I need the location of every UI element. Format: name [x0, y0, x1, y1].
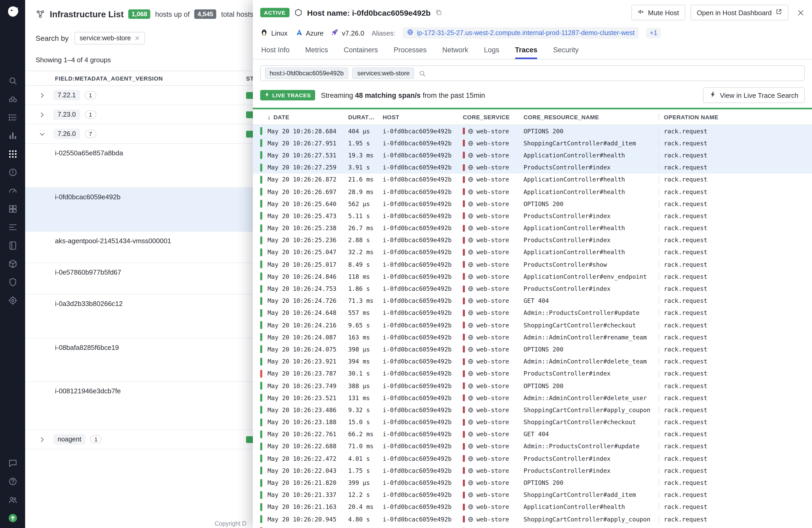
trace-search-input[interactable]: host:i-0fd0bcac6059e492bservices:web-sto…	[260, 65, 805, 81]
search-icon[interactable]	[8, 76, 17, 86]
binoculars-icon[interactable]	[8, 94, 17, 104]
trace-row[interactable]: May 20 10:26:25.2362.88 si-0fd0bcac6059e…	[253, 234, 812, 246]
tab-network[interactable]: Network	[443, 41, 468, 59]
tab-host-info[interactable]: Host Info	[261, 41, 290, 59]
open-host-dashboard-button[interactable]: Open in Host Dashboard	[691, 5, 788, 20]
trace-row[interactable]: May 20 10:26:26.69728.9 msi-0fd0bcac6059…	[253, 186, 812, 198]
notebook-icon[interactable]	[8, 241, 17, 251]
trace-row[interactable]: May 20 10:26:25.4735.11 si-0fd0bcac6059e…	[253, 210, 812, 222]
tab-logs[interactable]: Logs	[484, 41, 499, 59]
resource-column-header[interactable]: CORE_RESOURCE_NAME	[523, 114, 658, 120]
duration-column-header[interactable]: DURAT…	[348, 114, 383, 120]
help-icon[interactable]	[8, 477, 17, 486]
filter-chip[interactable]: host:i-0fd0bcac6059e492b	[265, 67, 348, 79]
trace-row[interactable]: May 20 10:26:25.23826.7 msi-0fd0bcac6059…	[253, 222, 812, 234]
trace-row[interactable]: May 20 10:26:24.075398 µsi-0fd0bcac6059e…	[253, 343, 812, 356]
stream-icon[interactable]	[8, 222, 17, 232]
trace-row[interactable]: May 20 10:26:23.78730.1 si-0fd0bcac6059e…	[253, 368, 812, 380]
tab-security[interactable]: Security	[553, 41, 579, 59]
bar-chart-icon[interactable]	[8, 131, 17, 141]
group-label[interactable]: 7.23.0	[54, 109, 80, 120]
trace-row[interactable]: May 20 10:26:23.18815.0 si-0fd0bcac6059e…	[253, 416, 812, 428]
trace-row[interactable]: May 20 10:26:24.846118 msi-0fd0bcac6059e…	[253, 271, 812, 283]
copy-icon[interactable]	[435, 9, 443, 16]
date-column-header[interactable]: ↓DATE	[267, 113, 348, 121]
gauge-icon[interactable]	[8, 186, 17, 196]
chevron-right-icon[interactable]	[39, 436, 46, 443]
list-icon[interactable]	[8, 112, 17, 122]
hosts-up-badge: 1,068	[128, 10, 150, 19]
service-column-header[interactable]: CORE_SERVICE	[463, 114, 523, 120]
trace-row[interactable]: May 20 10:26:21.820399 µsi-0fd0bcac6059e…	[253, 477, 812, 489]
cube-icon[interactable]	[8, 259, 17, 269]
search-filter-chip[interactable]: service:web-store	[74, 32, 145, 44]
filter-chip[interactable]: services:web-store	[352, 67, 415, 79]
chevron-right-icon[interactable]	[39, 111, 46, 118]
trace-row[interactable]: May 20 10:26:22.76166.2 msi-0fd0bcac6059…	[253, 428, 812, 440]
alias-value: ip-172-31-25-27.us-west-2.compute.intern…	[417, 29, 635, 36]
trace-row[interactable]: May 20 10:26:24.2169.65 si-0fd0bcac6059e…	[253, 319, 812, 331]
blocks-icon[interactable]	[8, 204, 17, 214]
trace-row[interactable]: May 20 10:26:21.33712.2 si-0fd0bcac6059e…	[253, 489, 812, 501]
alert-icon[interactable]	[8, 167, 17, 177]
trace-row[interactable]: May 20 10:26:27.53119.3 msi-0fd0bcac6059…	[253, 149, 812, 161]
tab-containers[interactable]: Containers	[344, 41, 378, 59]
group-label[interactable]: noagent	[54, 434, 85, 444]
trace-row[interactable]: May 20 10:26:20.9454.80 si-0fd0bcac6059e…	[253, 513, 812, 525]
group-column-header[interactable]: FIELD:METADATA_AGENT_VERSION	[25, 75, 163, 81]
trace-duration: 1.75 s	[348, 467, 383, 474]
users-icon[interactable]	[8, 495, 17, 505]
trace-row[interactable]: May 20 10:26:25.04732.2 msi-0fd0bcac6059…	[253, 246, 812, 258]
chevron-down-icon[interactable]	[39, 131, 46, 137]
trace-row[interactable]: May 20 10:26:23.749388 µsi-0fd0bcac6059e…	[253, 380, 812, 392]
chat-icon[interactable]	[8, 458, 17, 468]
view-live-trace-search-button[interactable]: View in Live Trace Search	[703, 87, 805, 103]
host-name[interactable]: i-0a3d2b33b80266c12	[55, 300, 123, 307]
group-label[interactable]: 7.26.0	[54, 129, 80, 139]
group-label[interactable]: 7.22.1	[54, 90, 80, 101]
upgrade-icon[interactable]	[8, 513, 17, 523]
alias-more-chip[interactable]: +1	[646, 28, 661, 38]
dots-grid-icon[interactable]	[8, 149, 17, 159]
trace-row[interactable]: May 20 10:26:26.87221.6 msi-0fd0bcac6059…	[253, 174, 812, 186]
host-name[interactable]: i-0fd0bcac6059e492b	[55, 193, 120, 201]
trace-row[interactable]: May 20 10:26:23.4869.32 si-0fd0bcac6059e…	[253, 404, 812, 416]
trace-row[interactable]: May 20 10:26:20.5972.15 si-0fd0bcac6059e…	[253, 525, 812, 528]
trace-row[interactable]: May 20 10:26:25.640562 µsi-0fd0bcac6059e…	[253, 198, 812, 210]
host-column-header[interactable]: HOST	[383, 114, 463, 120]
tab-processes[interactable]: Processes	[394, 41, 427, 59]
trace-row[interactable]: May 20 10:26:27.2593.91 si-0fd0bcac6059e…	[253, 161, 812, 174]
tab-traces[interactable]: Traces	[515, 41, 537, 59]
alias-chip[interactable]: ip-172-31-25-27.us-west-2.compute.intern…	[403, 27, 639, 39]
trace-row[interactable]: May 20 10:26:24.7531.86 si-0fd0bcac6059e…	[253, 283, 812, 295]
trace-row[interactable]: May 20 10:26:23.921394 msi-0fd0bcac6059e…	[253, 356, 812, 367]
close-icon[interactable]	[797, 9, 805, 16]
mute-host-button[interactable]: Mute Host	[631, 5, 685, 20]
trace-row[interactable]: May 20 10:26:22.0431.75 si-0fd0bcac6059e…	[253, 465, 812, 477]
remove-filter-icon[interactable]	[134, 35, 140, 41]
host-name[interactable]: i-0e57860b977b5fd67	[55, 268, 121, 276]
trace-row[interactable]: May 20 10:26:28.684404 µsi-0fd0bcac6059e…	[253, 125, 812, 137]
host-name[interactable]: i-008121946e3dcb7fe	[55, 387, 121, 395]
trace-row[interactable]: May 20 10:26:27.9511.95 si-0fd0bcac6059e…	[253, 137, 812, 149]
trace-row[interactable]: May 20 10:26:24.648557 msi-0fd0bcac6059e…	[253, 307, 812, 319]
trace-row[interactable]: May 20 10:26:22.68871.0 msi-0fd0bcac6059…	[253, 440, 812, 452]
globe-icon	[467, 164, 474, 170]
datadog-logo-icon[interactable]	[5, 4, 20, 20]
trace-row[interactable]: May 20 10:26:22.4724.01 si-0fd0bcac6059e…	[253, 452, 812, 465]
shield-icon[interactable]	[8, 277, 17, 287]
trace-row[interactable]: May 20 10:26:21.16320.4 msi-0fd0bcac6059…	[253, 501, 812, 513]
host-name[interactable]: i-02550a65e857a8bda	[55, 149, 123, 157]
tab-metrics[interactable]: Metrics	[305, 41, 328, 59]
chevron-right-icon[interactable]	[39, 92, 46, 99]
trace-status-indicator	[260, 309, 267, 317]
host-name[interactable]: aks-agentpool-21451434-vmss000001	[55, 237, 171, 245]
trace-operation: rack.request	[658, 237, 812, 244]
host-name[interactable]: i-08bafa8285f6bce19	[55, 344, 119, 351]
trace-row[interactable]: May 20 10:26:25.0178.49 si-0fd0bcac6059e…	[253, 258, 812, 270]
trace-row[interactable]: May 20 10:26:23.521131 msi-0fd0bcac6059e…	[253, 392, 812, 404]
trace-row[interactable]: May 20 10:26:24.087163 msi-0fd0bcac6059e…	[253, 331, 812, 343]
target-icon[interactable]	[8, 296, 17, 305]
operation-column-header[interactable]: OPERATION NAME	[658, 113, 812, 121]
trace-row[interactable]: May 20 10:26:24.72671.3 msi-0fd0bcac6059…	[253, 295, 812, 307]
